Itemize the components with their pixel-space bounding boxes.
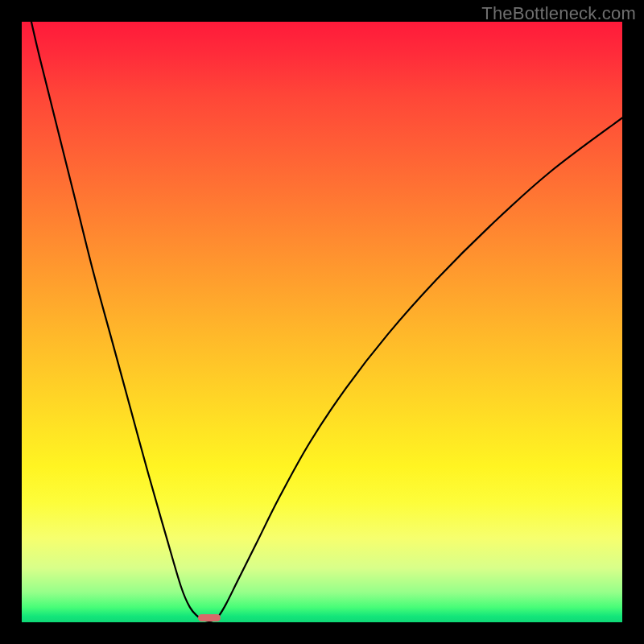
plot-area	[22, 22, 622, 622]
min-marker	[198, 614, 221, 621]
curve-path	[31, 22, 622, 621]
curve-svg	[22, 22, 622, 622]
chart-frame: TheBottleneck.com	[0, 0, 644, 644]
